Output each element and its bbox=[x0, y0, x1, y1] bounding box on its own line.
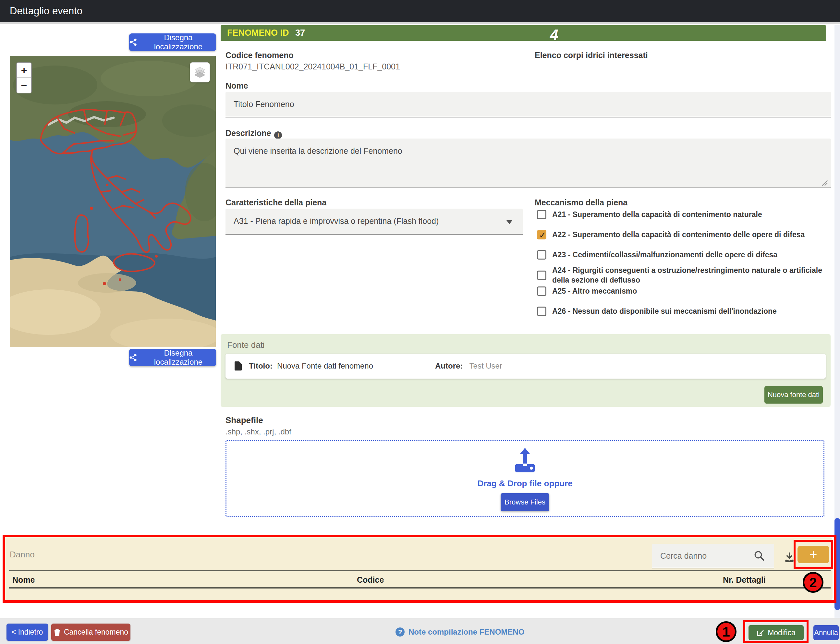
zoom-in-button[interactable]: + bbox=[17, 63, 31, 78]
nome-input[interactable] bbox=[225, 92, 831, 117]
satellite-map-italy bbox=[10, 56, 216, 347]
descrizione-label: Descrizionei bbox=[225, 128, 282, 139]
footer-bar: < Indietro Cancella fenomeno ? Note comp… bbox=[0, 618, 840, 644]
upload-icon bbox=[511, 446, 539, 474]
annotation-badge-2: 2 bbox=[803, 572, 824, 593]
titolo-label: Titolo: bbox=[249, 361, 273, 371]
zoom-out-button[interactable]: − bbox=[17, 78, 31, 93]
draw-localization-button-bottom[interactable]: Disegna localizzazione bbox=[129, 349, 216, 366]
nome-label: Nome bbox=[225, 81, 248, 90]
add-danno-button[interactable]: + bbox=[797, 546, 829, 563]
autore-label: Autore: bbox=[435, 361, 463, 370]
edit-button[interactable]: Modifica bbox=[748, 625, 804, 640]
trash-icon bbox=[54, 628, 61, 636]
checkbox-a25[interactable] bbox=[537, 286, 546, 296]
top-bar: Dettaglio evento bbox=[0, 0, 840, 24]
checkbox-row-a25[interactable]: A25 - Altro meccanismo bbox=[537, 286, 830, 296]
browse-files-button[interactable]: Browse Files bbox=[501, 493, 549, 511]
cancel-button[interactable]: Annulla bbox=[814, 625, 839, 640]
fonte-dati-title: Fonte dati bbox=[227, 340, 265, 350]
layers-button[interactable] bbox=[190, 62, 210, 82]
dropzone-text: Drag & Drop file oppure bbox=[477, 478, 572, 489]
checkbox-a24[interactable] bbox=[537, 271, 546, 280]
layers-icon bbox=[193, 66, 206, 79]
checkbox-a23[interactable] bbox=[537, 250, 546, 260]
titolo-value: Nuova Fonte dati fenomeno bbox=[277, 361, 373, 371]
annotation-number-4: 4 bbox=[550, 26, 558, 43]
caratteristiche-select[interactable]: A31 - Piena rapida e improvvisa o repent… bbox=[225, 209, 523, 235]
fonte-dati-section: Fonte dati Titolo: Nuova Fonte dati feno… bbox=[220, 334, 830, 407]
checkbox-row-a22[interactable]: A22 - Superamento della capacità di cont… bbox=[537, 230, 830, 240]
shapefile-dropzone[interactable]: Drag & Drop file oppure Browse Files bbox=[225, 440, 824, 517]
checkbox-row-a24[interactable]: A24 - Rigurgiti conseguenti a ostruzione… bbox=[537, 265, 830, 285]
descrizione-textarea[interactable] bbox=[225, 138, 831, 188]
autore-value: Test User bbox=[470, 361, 502, 370]
map-zoom-control: + − bbox=[16, 62, 32, 94]
elenco-corpi-idrici-label: Elenco corpi idrici interessati bbox=[535, 51, 648, 60]
info-icon[interactable]: i bbox=[274, 131, 282, 139]
codice-fenomeno-label: Codice fenomeno bbox=[225, 51, 294, 60]
map-canvas[interactable]: + − bbox=[10, 56, 216, 347]
fenomeno-banner-label: FENOMENO ID bbox=[227, 28, 289, 38]
checkbox-a21[interactable] bbox=[537, 210, 546, 219]
page-title: Dettaglio evento bbox=[10, 5, 82, 17]
nuova-fonte-dati-button[interactable]: Nuova fonte dati bbox=[764, 386, 823, 404]
shapefile-label: Shapefile bbox=[225, 415, 263, 426]
note-compilazione-link[interactable]: ? Note compilazione FENOMENO bbox=[396, 628, 524, 637]
annotation-box-danno bbox=[3, 535, 837, 603]
checkbox-row-a23[interactable]: A23 - Cedimenti/collassi/malfunzionament… bbox=[537, 250, 830, 260]
draw-localization-button-top[interactable]: Disegna localizzazione bbox=[129, 33, 216, 51]
caratteristiche-selected-value: A31 - Piena rapida e improvvisa o repent… bbox=[233, 217, 439, 226]
checkbox-row-a21[interactable]: A21 - Superamento della capacità di cont… bbox=[537, 210, 830, 219]
chevron-down-icon bbox=[506, 220, 512, 224]
annotation-badge-1: 1 bbox=[716, 621, 736, 642]
resize-grip-icon[interactable] bbox=[821, 179, 828, 186]
fenomeno-banner: FENOMENO ID 37 4 bbox=[220, 25, 826, 41]
edit-icon bbox=[757, 629, 764, 637]
shapefile-formats: .shp, .shx, .prj, .dbf bbox=[225, 427, 291, 436]
share-icon bbox=[129, 38, 137, 46]
file-icon bbox=[235, 361, 242, 371]
meccanismo-label: Meccanismo della piena bbox=[535, 198, 628, 207]
share-icon bbox=[129, 353, 137, 362]
codice-fenomeno-value: ITR071_ITCANL002_20241004B_01_FLF_0001 bbox=[225, 62, 400, 71]
delete-fenomeno-button[interactable]: Cancella fenomeno bbox=[51, 624, 130, 641]
fonte-dati-card[interactable]: Titolo: Nuova Fonte dati fenomeno Autore… bbox=[225, 354, 826, 379]
checkbox-a22[interactable] bbox=[537, 230, 546, 240]
checkbox-row-a26[interactable]: A26 - Nessun dato disponibile sui meccan… bbox=[537, 306, 830, 316]
back-button[interactable]: < Indietro bbox=[7, 624, 48, 641]
caratteristiche-label: Caratteristiche della piena bbox=[225, 198, 326, 207]
dettaglio-evento-page: Dettaglio evento Disegna localizzazione bbox=[0, 0, 840, 644]
checkbox-a26[interactable] bbox=[537, 307, 546, 316]
help-icon: ? bbox=[396, 628, 404, 637]
fenomeno-id: 37 bbox=[295, 28, 305, 38]
